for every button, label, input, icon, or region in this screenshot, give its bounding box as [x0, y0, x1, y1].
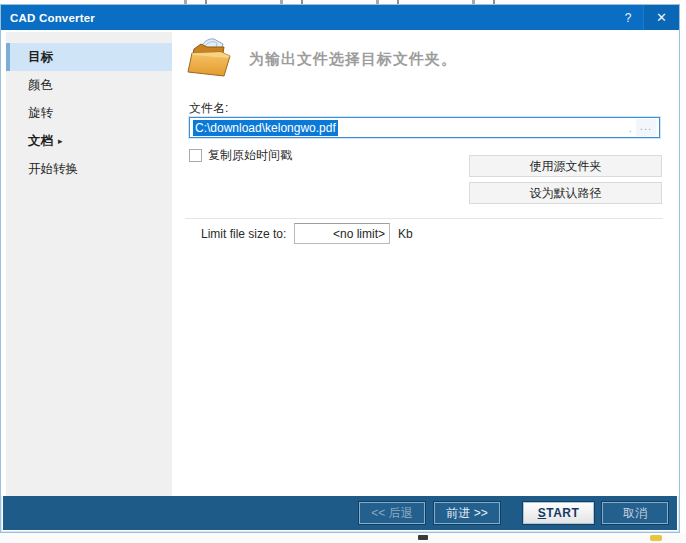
- limit-unit-label: Kb: [398, 227, 413, 241]
- window-title: CAD Converter: [1, 12, 95, 24]
- path-dropdown-button[interactable]: .: [625, 122, 636, 134]
- use-source-folder-button[interactable]: 使用源文件夹: [469, 155, 662, 177]
- background-fragment-bottom: [0, 533, 686, 543]
- sidebar-item-label: 文档: [28, 134, 53, 148]
- sidebar-item-document[interactable]: 文档▸: [6, 127, 172, 155]
- titlebar-controls: ? ✕: [613, 5, 679, 30]
- help-button[interactable]: ?: [613, 5, 643, 30]
- checkbox-label: 复制原始时间戳: [208, 147, 292, 164]
- title-bar[interactable]: CAD Converter ? ✕: [1, 5, 679, 30]
- sidebar-item-start-conversion[interactable]: 开始转换: [6, 155, 172, 183]
- help-icon: ?: [625, 11, 632, 25]
- footer-bar: << 后退 前进 >> START 取消: [3, 496, 677, 530]
- cad-converter-dialog: CAD Converter ? ✕ 目标 颜色 旋转 文档▸ 开始转换: [0, 4, 680, 533]
- forward-button[interactable]: 前进 >>: [434, 502, 500, 524]
- sidebar: 目标 颜色 旋转 文档▸ 开始转换: [6, 32, 172, 496]
- close-button[interactable]: ✕: [643, 5, 679, 30]
- background-artifact: [418, 535, 428, 540]
- filename-label: 文件名:: [189, 100, 228, 117]
- desktop-background: CAD Converter ? ✕ 目标 颜色 旋转 文档▸ 开始转换: [0, 0, 686, 543]
- back-button[interactable]: << 后退: [359, 502, 425, 524]
- section-divider: [185, 218, 663, 219]
- sidebar-item-target[interactable]: 目标: [6, 43, 172, 71]
- checkbox-box-icon[interactable]: [189, 149, 202, 162]
- page-title: 为输出文件选择目标文件夹。: [249, 50, 457, 69]
- open-folder-icon: [186, 35, 234, 81]
- submenu-arrow-icon: ▸: [58, 136, 63, 146]
- filename-input[interactable]: C:\download\kelongwo.pdf . ...: [189, 117, 660, 138]
- cancel-button[interactable]: 取消: [602, 502, 668, 524]
- browse-button[interactable]: ...: [636, 119, 656, 136]
- set-default-path-button[interactable]: 设为默认路径: [469, 182, 662, 204]
- limit-size-input[interactable]: [294, 223, 390, 244]
- limit-size-label: Limit file size to:: [201, 227, 286, 241]
- copy-timestamp-checkbox[interactable]: 复制原始时间戳: [189, 147, 292, 164]
- dialog-body: 目标 颜色 旋转 文档▸ 开始转换: [1, 30, 679, 496]
- start-button[interactable]: START: [523, 502, 594, 524]
- sidebar-item-rotation[interactable]: 旋转: [6, 99, 172, 127]
- sidebar-item-color[interactable]: 颜色: [6, 71, 172, 99]
- close-icon: ✕: [656, 10, 667, 25]
- main-panel: 为输出文件选择目标文件夹。 文件名: C:\download\kelongwo.…: [172, 30, 679, 496]
- background-artifact: [650, 535, 662, 541]
- filename-value-selected: C:\download\kelongwo.pdf: [193, 120, 338, 136]
